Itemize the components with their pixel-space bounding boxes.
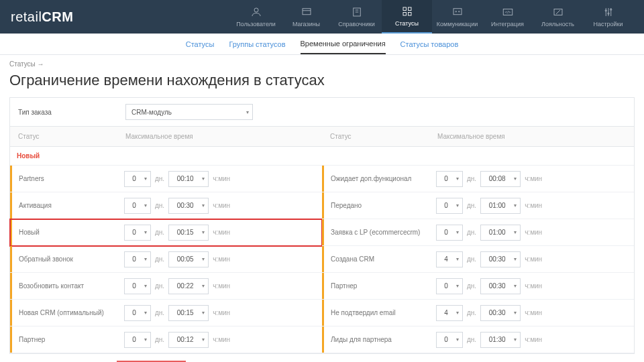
hm-unit: ч:мин [525,175,542,182]
order-type-label: Тип заказа [10,98,117,126]
nav-item-percent[interactable]: Лояльность [533,0,583,34]
days-unit: дн. [467,175,476,182]
nav-item-grid[interactable]: Статусы [382,0,432,34]
chat-icon [451,6,464,18]
right-column: Ожидает доп.функционал0дн.00:08ч:минПере… [322,166,634,353]
sub-nav: СтатусыГруппы статусовВременные ограниче… [0,34,644,55]
sliders-icon [602,6,614,18]
svg-line-16 [556,10,560,14]
nav-item-link[interactable]: </>Интеграция [482,0,533,34]
days-select[interactable]: 0 [124,198,151,214]
time-select[interactable]: 00:15 [168,225,209,241]
svg-rect-1 [303,9,311,15]
nav-item-sliders[interactable]: Настройки [583,0,633,34]
status-row: Новый0дн.00:15ч:мин [10,219,322,246]
days-unit: дн. [155,202,164,209]
status-name: Активация [10,192,117,219]
days-unit: дн. [467,229,476,236]
status-name: Партнер [322,273,429,299]
days-select[interactable]: 0 [124,171,151,187]
logo-b: CRM [42,9,73,24]
days-unit: дн. [467,309,476,316]
nav-item-book[interactable]: Справочники [331,0,382,34]
days-unit: дн. [467,255,476,263]
nav-label: Лояльность [541,21,574,27]
status-row: Ожидает доп.функционал0дн.00:08ч:мин [322,166,634,192]
nav-item-chat[interactable]: Коммуникации [432,0,482,34]
section-title: Новый [10,147,634,166]
svg-rect-6 [403,7,407,11]
days-select[interactable]: 0 [436,278,463,294]
status-row: Новая CRM (оптимальный)0дн.00:15ч:мин [10,300,322,326]
subnav-item[interactable]: Временные ограничения [301,34,386,54]
days-unit: дн. [467,336,476,343]
book-icon [351,6,363,18]
nav-item-store[interactable]: Магазины [281,0,331,34]
nav-item-user[interactable]: Пользователи [231,0,281,34]
days-unit: дн. [155,229,164,236]
days-select[interactable]: 4 [436,305,463,321]
hm-unit: ч:мин [213,229,230,236]
days-select[interactable]: 0 [124,332,151,348]
time-select[interactable]: 00:30 [480,305,521,321]
days-select[interactable]: 0 [124,225,151,241]
time-select[interactable]: 01:00 [480,225,521,241]
time-select[interactable]: 00:22 [168,278,209,294]
hm-unit: ч:мин [525,255,542,263]
days-select[interactable]: 0 [124,305,151,321]
col-max-right: Максимальное время [429,127,634,146]
time-select[interactable]: 00:05 [168,251,209,267]
nav-label: Статусы [395,20,419,27]
subnav-item[interactable]: Группы статусов [229,35,285,54]
nav-label: Интеграция [491,21,524,27]
time-select[interactable]: 01:30 [480,332,521,348]
status-row: Партнер0дн.00:30ч:мин [322,273,634,300]
time-select[interactable]: 00:10 [168,171,209,187]
time-select[interactable]: 00:30 [480,278,521,294]
order-type-select[interactable]: CRM-модуль [125,104,253,120]
nav-label: Настройки [593,21,623,27]
days-unit: дн. [467,202,476,209]
nav-label: Магазины [292,21,320,27]
hm-unit: ч:мин [525,336,542,343]
days-select[interactable]: 0 [436,332,463,348]
days-select[interactable]: 0 [124,251,151,267]
status-row: Создана CRM4дн.00:30ч:мин [322,246,634,273]
status-name: Не подтвердил email [322,300,429,326]
status-row: Активация0дн.00:30ч:мин [10,192,322,219]
svg-rect-10 [453,9,462,15]
time-select[interactable]: 00:08 [480,171,521,187]
svg-rect-7 [408,7,411,11]
hm-unit: ч:мин [525,202,542,209]
time-select[interactable]: 01:00 [480,198,521,214]
main-nav: ПользователиМагазиныСправочникиСтатусыКо… [231,0,633,34]
subnav-item[interactable]: Статусы [186,35,215,54]
breadcrumb[interactable]: Статусы → [9,60,635,68]
logo[interactable]: retailCRM [11,9,73,25]
col-max-left: Максимальное время [117,127,322,146]
time-select[interactable]: 00:30 [168,198,209,214]
time-select[interactable]: 00:30 [480,251,521,267]
days-select[interactable]: 4 [436,251,463,267]
days-select[interactable]: 0 [436,171,463,187]
hm-unit: ч:мин [213,309,230,316]
days-select[interactable]: 0 [436,198,463,214]
status-name: Обратный звонок [10,246,117,272]
status-row: Возобновить контакт0дн.00:22ч:мин [10,273,322,300]
status-name: Возобновить контакт [10,273,117,299]
time-select[interactable]: 00:12 [168,332,209,348]
link-icon: </> [502,6,514,18]
subnav-item[interactable]: Статусы товаров [400,35,459,54]
status-name: Партнер [10,326,117,353]
time-select[interactable]: 00:15 [168,305,209,321]
status-row: Заявка с LP (ecommercecrm)0дн.01:00ч:мин [322,219,634,246]
hm-unit: ч:мин [213,175,230,182]
hm-unit: ч:мин [525,282,542,290]
status-name: Новая CRM (оптимальный) [10,300,117,326]
days-unit: дн. [467,282,476,290]
days-unit: дн. [155,282,164,290]
hm-unit: ч:мин [525,309,542,316]
days-select[interactable]: 0 [124,278,151,294]
days-select[interactable]: 0 [436,225,463,241]
svg-rect-9 [408,13,411,16]
